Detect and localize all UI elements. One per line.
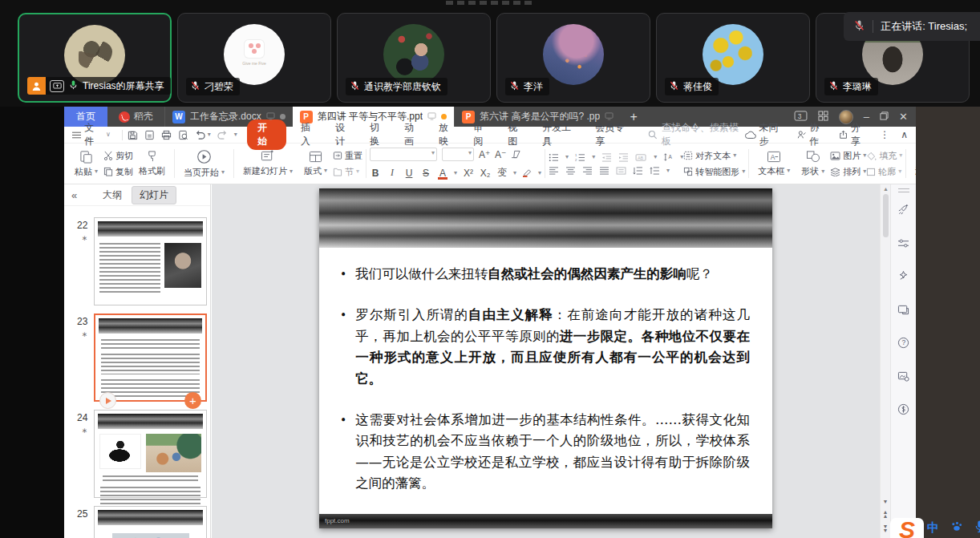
numbered-list-icon[interactable]: 12 — [575, 153, 585, 162]
picture-button[interactable]: 图片▾ — [830, 150, 866, 162]
participant-tile[interactable]: Give me Five 刁碧荣 — [177, 13, 331, 103]
scroll-down-icon[interactable]: ▼ — [883, 500, 889, 504]
customize-toolbar-icon[interactable]: ▾ — [234, 131, 237, 138]
bullet-list-icon[interactable] — [549, 153, 559, 162]
effects-wand-icon[interactable] — [897, 270, 909, 285]
text-effect-button[interactable]: 变 — [496, 166, 508, 180]
member-benefit-icon[interactable] — [897, 403, 909, 419]
slide-title-banner[interactable] — [319, 188, 772, 248]
slide-text-body[interactable]: • 我们可以做什么来扭转自然或社会的偶然因素产生的影响呢？ • 罗尔斯引入所谓的… — [319, 248, 772, 495]
print-icon[interactable] — [161, 130, 172, 140]
menu-tab-devtools[interactable]: 开发工具 — [534, 121, 587, 148]
justify-icon[interactable] — [599, 167, 609, 175]
tab-outline[interactable]: 大纲 — [98, 187, 127, 204]
menu-tab-transition[interactable]: 切换 — [362, 121, 396, 148]
increase-font-button[interactable]: A⁺ — [479, 149, 490, 160]
paste-button[interactable]: 粘贴▾ — [69, 150, 103, 178]
arrange-button[interactable]: 排列▾ — [830, 166, 866, 178]
participant-tile-tiresias[interactable]: Tiresias的屏幕共享 — [18, 13, 172, 103]
increase-indent-icon[interactable] — [618, 153, 629, 162]
save-icon[interactable] — [128, 130, 138, 140]
collaborate-button[interactable]: 协作 — [797, 121, 828, 148]
scroll-up-icon[interactable]: ▲ — [883, 186, 889, 192]
clear-format-icon[interactable] — [511, 150, 521, 159]
collapse-ribbon-icon[interactable]: ∧ — [901, 129, 908, 140]
outline-button[interactable]: 轮廓▾ — [866, 166, 902, 178]
participant-tile[interactable]: 通识教学部唐钦钦 — [337, 13, 491, 103]
cut-button[interactable]: 剪切 — [103, 150, 133, 162]
menu-tab-slideshow[interactable]: 放映 — [431, 121, 465, 148]
strikethrough-button[interactable]: S — [420, 168, 431, 179]
redo-button[interactable] — [217, 130, 228, 140]
slide-thumbnail-23-selected[interactable]: + — [94, 313, 207, 402]
menu-tab-view[interactable]: 视图 — [500, 121, 534, 148]
play-from-current-button[interactable]: 当页开始▾ — [178, 149, 230, 179]
scroll-thumb[interactable] — [883, 194, 889, 237]
menu-tab-design[interactable]: 设计 — [327, 121, 362, 148]
export-pdf-icon[interactable] — [144, 130, 155, 140]
play-slide-button[interactable] — [99, 392, 116, 409]
image-settings-icon[interactable] — [897, 370, 909, 385]
sogou-paw-icon[interactable] — [950, 521, 963, 536]
switch-window-icon[interactable] — [897, 304, 909, 318]
print-preview-icon[interactable] — [178, 130, 188, 140]
new-slide-button[interactable]: 新建幻灯片▾ — [237, 150, 298, 177]
sync-status[interactable]: 未同步 — [745, 121, 787, 148]
sogou-logo[interactable]: S — [890, 518, 924, 538]
decrease-indent-icon[interactable] — [601, 153, 612, 162]
properties-sliders-icon[interactable] — [897, 237, 909, 252]
pin-icon[interactable] — [605, 111, 614, 123]
shapes-button[interactable]: 形状▾ — [796, 150, 830, 177]
fill-button[interactable]: 填充▾ — [866, 150, 902, 162]
more-menu-icon[interactable]: ⋮ — [880, 129, 889, 140]
command-search[interactable]: 查找命令、搜索模板 — [648, 121, 744, 148]
pin-icon[interactable] — [266, 111, 275, 123]
file-menu[interactable]: 文件 ∨ — [72, 121, 117, 148]
canvas-scrollbar[interactable]: ▲ ▼ ▲▲ ▼▼ — [880, 184, 890, 538]
font-size-select[interactable] — [442, 148, 474, 161]
strip-handle[interactable] — [898, 188, 909, 192]
text-direction-icon[interactable]: AB — [635, 153, 647, 162]
quick-tools-rocket-icon[interactable] — [897, 204, 909, 219]
slide-thumbnail-22[interactable] — [94, 217, 207, 305]
superscript-button[interactable]: X² — [463, 168, 474, 179]
column-spacing-icon[interactable] — [650, 167, 660, 175]
undo-button[interactable]: ▾ — [195, 130, 211, 140]
copy-button[interactable]: 复制 — [103, 166, 133, 178]
voice-input-mic-icon[interactable] — [974, 520, 980, 536]
help-icon[interactable]: ? — [897, 337, 909, 352]
mic-muted-icon[interactable] — [853, 19, 865, 34]
menu-tab-insert[interactable]: 插入 — [293, 121, 327, 148]
row-spacing-icon[interactable] — [633, 167, 643, 175]
menu-tab-animation[interactable]: 动画 — [396, 121, 431, 148]
subscript-button[interactable]: X₂ — [480, 168, 491, 179]
highlight-color-icon[interactable] — [522, 168, 533, 177]
reset-button[interactable]: 重置 — [333, 150, 362, 162]
italic-button[interactable]: I — [387, 167, 398, 179]
distribute-icon[interactable] — [616, 167, 626, 175]
pin-icon[interactable] — [427, 111, 436, 123]
add-slide-button[interactable]: + — [184, 392, 201, 409]
textbox-button[interactable]: A 文本框▾ — [752, 151, 796, 177]
input-language-toggle[interactable]: 中 — [927, 520, 939, 536]
align-text-button[interactable]: 对齐文本▾ — [683, 150, 745, 162]
line-spacing-icon[interactable]: A — [663, 152, 674, 162]
participant-tile[interactable]: 李洋 — [496, 13, 650, 103]
menu-tab-review[interactable]: 审阅 — [465, 121, 500, 148]
previous-slide-icon[interactable]: ▲▲ — [883, 510, 889, 519]
next-slide-icon[interactable]: ▼▼ — [883, 524, 889, 533]
decrease-font-button[interactable]: A⁻ — [495, 149, 506, 160]
font-name-select[interactable] — [370, 148, 437, 161]
slide-thumbnail-25[interactable] — [94, 506, 207, 538]
slide-thumbnail-24[interactable] — [94, 410, 207, 498]
align-left-icon[interactable] — [549, 167, 559, 175]
format-painter-button[interactable]: 格式刷 — [133, 150, 171, 177]
align-right-icon[interactable] — [582, 167, 593, 175]
underline-button[interactable]: U — [403, 168, 415, 179]
slide-layout-button[interactable]: 版式▾ — [298, 151, 333, 177]
collapse-panel-icon[interactable]: « — [71, 189, 77, 201]
align-center-icon[interactable] — [565, 167, 576, 175]
smart-graphic-button[interactable]: 转智能图形▾ — [683, 166, 745, 178]
tab-slides[interactable]: 幻灯片 — [132, 186, 176, 204]
share-button[interactable]: 分享 — [839, 121, 869, 148]
